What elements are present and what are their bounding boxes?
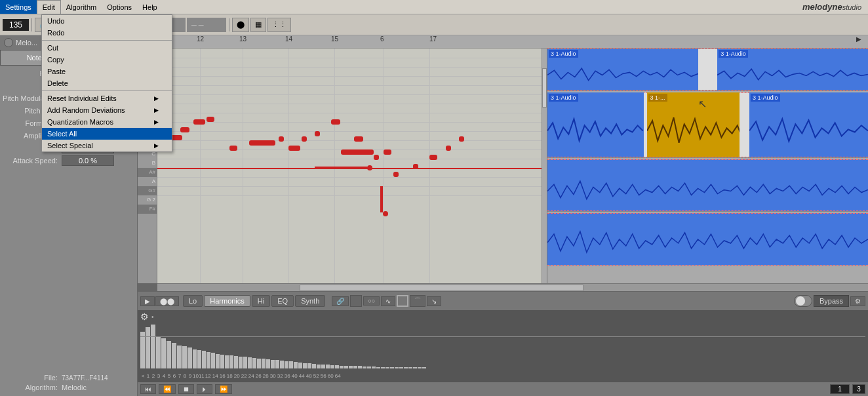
note-4[interactable] <box>249 140 275 146</box>
note-7[interactable] <box>302 136 307 142</box>
power-toggle[interactable] <box>794 295 812 307</box>
note-14[interactable] <box>393 172 399 177</box>
note-grid[interactable] <box>157 49 547 283</box>
key-Gsharp3: G# <box>138 186 157 195</box>
spectrum-dot: • <box>151 313 154 321</box>
menu-item-undo[interactable]: Undo <box>42 15 172 27</box>
note-2[interactable] <box>207 117 214 122</box>
algorithm-label: Algorithm: <box>3 384 62 391</box>
note-18[interactable] <box>459 136 464 142</box>
grid-h-3 <box>157 76 547 77</box>
note-1[interactable] <box>180 127 189 132</box>
spectrum-gear-icon[interactable]: ⚙ <box>140 311 149 322</box>
spec-num-19: 26 <box>255 373 262 379</box>
note-9[interactable] <box>331 119 340 125</box>
note-15[interactable] <box>413 164 418 169</box>
settings-gear[interactable]: ⚙ <box>850 296 865 306</box>
spec-link-btn[interactable]: 🔗 <box>332 296 349 306</box>
menu-settings[interactable]: Settings <box>0 0 37 14</box>
spec-bar-10 <box>193 349 197 368</box>
menu-edit[interactable]: Edit <box>37 0 61 14</box>
spec-num-7: 7 <box>177 373 182 379</box>
note-16[interactable] <box>429 155 437 160</box>
menu-item-delete[interactable]: Delete <box>42 77 172 89</box>
note-11[interactable] <box>341 149 374 155</box>
menu-item-reset[interactable]: Reset Individual Edits▶ <box>42 92 172 104</box>
menu-algorithm[interactable]: Algorithm <box>61 0 102 14</box>
spec-bar-22 <box>248 357 252 368</box>
menu-item-paste[interactable]: Paste <box>42 66 172 77</box>
spec-bar-28 <box>275 360 279 368</box>
time-ruler: 1 12 13 14 15 6 17 ▶ <box>157 35 868 49</box>
tool-extra2[interactable]: ─ ─ <box>187 18 226 32</box>
note-3[interactable] <box>229 146 237 151</box>
spec-circle-btn[interactable]: ○○ <box>363 296 380 306</box>
transport-stop[interactable]: ⬤⬤ <box>155 296 179 306</box>
transport-btn-r[interactable]: ⏪ <box>159 384 176 394</box>
note-8[interactable] <box>315 131 320 136</box>
menu-help[interactable]: Help <box>137 0 163 14</box>
spec-num-8: 8 <box>182 373 187 379</box>
grid-v-6 <box>429 49 430 283</box>
spec-bar-31 <box>289 361 293 368</box>
note-12[interactable] <box>374 155 379 160</box>
bypass-button[interactable]: Bypass <box>814 295 849 307</box>
menu-separator-2 <box>42 90 172 91</box>
mouse-cursor: ↖ <box>698 98 707 110</box>
spec-bar-40 <box>330 365 334 368</box>
spec-bar-23 <box>252 358 256 368</box>
note-5[interactable] <box>279 136 284 142</box>
h-scrollbar-thumb-note[interactable] <box>300 285 584 291</box>
grid-v-2 <box>243 49 243 283</box>
spec-bar-14 <box>211 353 215 368</box>
v-scrollbar-thumb[interactable] <box>542 68 547 108</box>
spectrum-area: ▶ ⬤⬤ Lo Harmonics Hi EQ Synth 🔗 ○○ <box>138 291 868 396</box>
note-blob-2[interactable] <box>193 119 205 125</box>
spec-tab-eq[interactable]: EQ <box>271 295 294 307</box>
spec-tab-lo[interactable]: Lo <box>183 295 203 307</box>
spec-arrow-btn[interactable]: ↘ <box>427 296 441 306</box>
h-scrollbar-note[interactable] <box>157 283 868 291</box>
menu-item-select-special[interactable]: Select Special▶ <box>42 140 172 151</box>
transport-btn-stop[interactable]: ⏹ <box>178 384 194 394</box>
spec-bar-56 <box>404 367 408 368</box>
attack-value[interactable]: 0.0 % <box>62 155 114 166</box>
menu-item-cut[interactable]: Cut <box>42 42 172 54</box>
tool-grid[interactable]: ▦ <box>250 18 266 32</box>
tool-circle[interactable]: ⬤ <box>232 18 249 32</box>
waveform-7 <box>547 220 868 266</box>
menu-item-copy[interactable]: Copy <box>42 54 172 66</box>
spec-bar-36 <box>312 364 316 368</box>
ruler-mark-end: ▶ <box>856 35 861 43</box>
menu-item-redo[interactable]: Redo <box>42 27 172 39</box>
note-6[interactable] <box>288 146 300 151</box>
menu-item-select-all[interactable]: Select All <box>42 128 172 140</box>
grid-v-5 <box>384 49 384 283</box>
spec-tab-harmonics[interactable]: Harmonics <box>204 295 250 307</box>
spec-shape-btn[interactable]: ⌒ <box>410 295 425 307</box>
menu-options[interactable]: Options <box>102 0 137 14</box>
note-10[interactable] <box>354 136 363 142</box>
spec-square-btn[interactable] <box>350 295 362 307</box>
v-scrollbar[interactable] <box>542 49 547 283</box>
spec-tab-synth[interactable]: Synth <box>295 295 325 307</box>
spec-bar-39 <box>326 365 330 368</box>
waveform-6 <box>547 171 868 211</box>
note-13[interactable] <box>384 149 391 155</box>
transport-play[interactable]: ▶ <box>140 296 155 306</box>
transport-btn-ff[interactable]: ⏩ <box>215 384 232 394</box>
spec-num-12: 12 <box>205 373 212 379</box>
menu-item-random[interactable]: Add Random Deviations▶ <box>42 104 172 116</box>
menu-separator-1 <box>42 40 172 41</box>
spec-rect-btn[interactable] <box>397 295 408 307</box>
key-B3: B <box>138 159 157 168</box>
spec-bar-30 <box>285 361 288 368</box>
spec-wave-btn[interactable]: ∿ <box>381 296 395 306</box>
menu-item-quantization[interactable]: Quantization Macros▶ <box>42 116 172 128</box>
spec-tab-hi[interactable]: Hi <box>252 295 270 307</box>
tool-extra3[interactable]: ⋮⋮ <box>267 18 291 32</box>
transport-btn-play[interactable]: ⏵ <box>197 384 212 394</box>
transport-btn-rr[interactable]: ⏮ <box>140 384 156 394</box>
spec-bar-58 <box>413 367 417 368</box>
note-17[interactable] <box>446 146 451 151</box>
